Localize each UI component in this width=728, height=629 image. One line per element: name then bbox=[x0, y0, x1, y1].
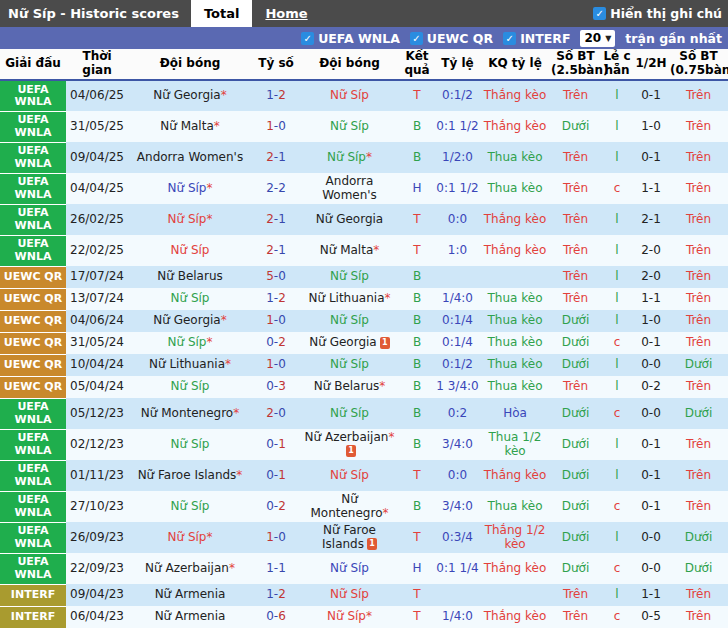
team-name[interactable]: Nữ Montenegro bbox=[141, 406, 233, 420]
odd-even: c bbox=[601, 332, 633, 354]
home-team: Nữ Síp* bbox=[128, 204, 252, 235]
checkbox-checked-icon: ✓ bbox=[301, 32, 314, 45]
competition-badge[interactable]: UEWC QR bbox=[0, 332, 66, 354]
score: 2-1 bbox=[252, 235, 300, 266]
over-under-2-5: Dưới bbox=[550, 354, 601, 376]
filter-checkbox-uefa-wnla[interactable]: ✓ UEFA WNLA bbox=[301, 31, 400, 46]
team-name[interactable]: Nữ Síp bbox=[327, 150, 366, 164]
home-team: Nữ Belarus bbox=[128, 266, 252, 288]
tab-total[interactable]: Total bbox=[191, 0, 253, 27]
team-name[interactable]: Nữ Síp bbox=[330, 313, 369, 327]
competition-badge[interactable]: UEWC QR bbox=[0, 376, 66, 398]
team-name[interactable]: Nữ Síp bbox=[330, 357, 369, 371]
home-team: Nữ Lithuania* bbox=[128, 354, 252, 376]
match-row: UEFA WNLA31/05/25Nữ Malta*1-0Nữ SípB0:1 … bbox=[0, 111, 728, 142]
team-name[interactable]: Nữ Azerbaijan bbox=[145, 561, 229, 575]
team-name[interactable]: Nữ Síp bbox=[330, 119, 369, 133]
team-name[interactable]: Nữ Montenegro bbox=[310, 492, 382, 520]
match-row: UEWC QR17/07/24Nữ Belarus5-0Nữ SípBTrênl… bbox=[0, 266, 728, 288]
score: 1-1 bbox=[252, 553, 300, 584]
team-name[interactable]: Nữ Armenia bbox=[155, 587, 226, 601]
show-notes-checkbox[interactable]: ✓ Hiển thị ghi chú bbox=[593, 6, 722, 21]
competition-badge[interactable]: UEWC QR bbox=[0, 288, 66, 310]
away-team: Nữ Montenegro* bbox=[300, 491, 399, 522]
team-name[interactable]: Nữ Síp bbox=[330, 561, 369, 575]
filter-checkbox-interf[interactable]: ✓ INTERF bbox=[503, 31, 570, 46]
team-name[interactable]: Nữ Georgia bbox=[316, 212, 383, 226]
team-name[interactable]: Nữ Síp bbox=[330, 406, 369, 420]
competition-badge[interactable]: UEFA WNLA bbox=[0, 553, 66, 584]
team-name[interactable]: Nữ Georgia bbox=[153, 313, 220, 327]
tab-home[interactable]: Home bbox=[252, 0, 320, 27]
handicap-result bbox=[480, 584, 550, 606]
competition-badge[interactable]: UEFA WNLA bbox=[0, 460, 66, 491]
team-name[interactable]: Nữ Síp bbox=[171, 437, 210, 451]
away-goals: 1 bbox=[278, 437, 286, 451]
match-date: 04/04/25 bbox=[66, 173, 128, 204]
match-row: UEFA WNLA04/06/25Nữ Georgia*1-2Nữ SípT0:… bbox=[0, 80, 728, 111]
checkbox-checked-icon: ✓ bbox=[593, 7, 606, 20]
competition-badge[interactable]: UEFA WNLA bbox=[0, 80, 66, 111]
competition-badge[interactable]: INTERF bbox=[0, 584, 66, 606]
over-under-2-5: Dưới bbox=[550, 460, 601, 491]
team-name[interactable]: Andorra Women's bbox=[322, 174, 377, 202]
team-name[interactable]: Nữ Georgia bbox=[153, 88, 220, 102]
score: 0-1 bbox=[252, 429, 300, 460]
team-name[interactable]: Nữ Síp bbox=[168, 181, 207, 195]
competition-badge[interactable]: UEFA WNLA bbox=[0, 398, 66, 429]
result: B bbox=[399, 310, 435, 332]
competition-badge[interactable]: UEFA WNLA bbox=[0, 111, 66, 142]
competition-badge[interactable]: UEWC QR bbox=[0, 266, 66, 288]
team-name[interactable]: Nữ Malta bbox=[320, 243, 374, 257]
competition-badge[interactable]: UEFA WNLA bbox=[0, 491, 66, 522]
handicap-odds: 0:1 1/2 bbox=[435, 111, 480, 142]
team-name[interactable]: Andorra Women's bbox=[137, 150, 243, 164]
match-date: 09/04/25 bbox=[66, 142, 128, 173]
result: H bbox=[399, 553, 435, 584]
team-name[interactable]: Nữ Síp bbox=[168, 212, 207, 226]
home-goals: 1 bbox=[266, 291, 274, 305]
team-name[interactable]: Nữ Síp bbox=[327, 609, 366, 623]
team-name[interactable]: Nữ Azerbaijan bbox=[305, 430, 389, 444]
team-name[interactable]: Nữ Malta bbox=[160, 119, 214, 133]
competition-badge[interactable]: UEFA WNLA bbox=[0, 429, 66, 460]
team-name[interactable]: Nữ Belarus bbox=[157, 269, 223, 283]
team-name[interactable]: Nữ Síp bbox=[171, 499, 210, 513]
over-under-0-75: Trên bbox=[669, 460, 728, 491]
team-name[interactable]: Nữ Síp bbox=[168, 530, 207, 544]
competition-badge[interactable]: UEFA WNLA bbox=[0, 522, 66, 553]
team-name[interactable]: Nữ Síp bbox=[171, 291, 210, 305]
competition-badge[interactable]: UEWC QR bbox=[0, 310, 66, 332]
team-name[interactable]: Nữ Síp bbox=[168, 335, 207, 349]
team-name[interactable]: Nữ Síp bbox=[330, 88, 369, 102]
match-count-select[interactable]: 20 ▼ bbox=[580, 30, 615, 47]
home-goals: 0 bbox=[266, 499, 274, 513]
historic-scores-panel: Nữ Síp - Historic scores Total Home ✓ Hi… bbox=[0, 0, 728, 629]
team-name[interactable]: Nữ Síp bbox=[171, 379, 210, 393]
away-team: Nữ Síp bbox=[300, 310, 399, 332]
team-name[interactable]: Nữ Síp bbox=[330, 468, 369, 482]
filter-checkbox-uewc-qr[interactable]: ✓ UEWC QR bbox=[410, 31, 493, 46]
competition-badge[interactable]: UEFA WNLA bbox=[0, 142, 66, 173]
team-name[interactable]: Nữ Síp bbox=[330, 269, 369, 283]
competition-badge[interactable]: UEFA WNLA bbox=[0, 204, 66, 235]
team-name[interactable]: Nữ Armenia bbox=[155, 609, 226, 623]
competition-badge[interactable]: UEFA WNLA bbox=[0, 235, 66, 266]
handicap-odds: 0:3/4 bbox=[435, 522, 480, 553]
competition-badge[interactable]: UEFA WNLA bbox=[0, 173, 66, 204]
team-name[interactable]: Nữ Lithuania bbox=[149, 357, 225, 371]
team-name[interactable]: Nữ Síp bbox=[330, 587, 369, 601]
team-name[interactable]: Nữ Belarus bbox=[314, 379, 380, 393]
competition-badge[interactable]: UEWC QR bbox=[0, 354, 66, 376]
handicap-odds: 3/4:0 bbox=[435, 429, 480, 460]
team-name[interactable]: Nữ Faroe Islands bbox=[138, 468, 237, 482]
home-advantage-star: * bbox=[388, 430, 394, 444]
team-name[interactable]: Nữ Síp bbox=[171, 243, 210, 257]
team-name[interactable]: Nữ Georgia bbox=[309, 335, 376, 349]
competition-badge[interactable]: INTERF bbox=[0, 606, 66, 628]
home-team: Nữ Armenia bbox=[128, 584, 252, 606]
result: H bbox=[399, 173, 435, 204]
home-team: Nữ Síp* bbox=[128, 522, 252, 553]
handicap-odds: 1 3/4:0 bbox=[435, 376, 480, 398]
team-name[interactable]: Nữ Lithuania bbox=[309, 291, 385, 305]
